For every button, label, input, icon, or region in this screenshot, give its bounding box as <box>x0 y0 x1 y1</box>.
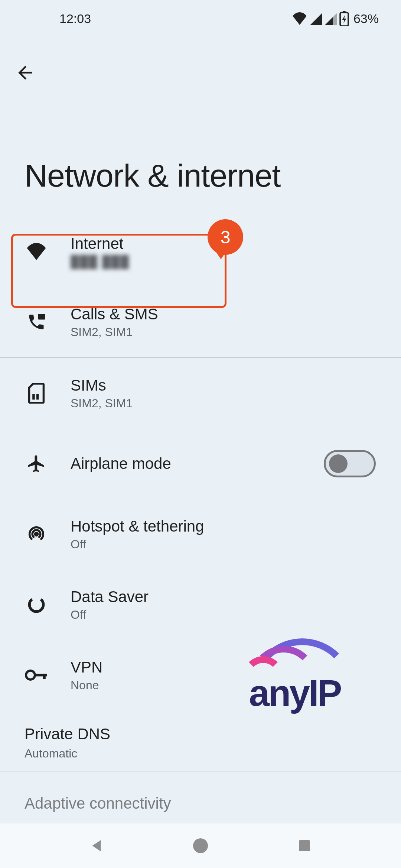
nav-back-button[interactable] <box>87 836 106 855</box>
item-title: Private DNS <box>25 725 376 743</box>
item-sub: None <box>71 678 102 692</box>
status-bar: 12:03 63% <box>0 0 401 33</box>
item-vpn[interactable]: VPN None <box>0 640 401 710</box>
svg-point-7 <box>26 671 35 680</box>
svg-rect-9 <box>43 674 46 679</box>
item-private-dns[interactable]: Private DNS Automatic <box>0 710 401 772</box>
triangle-back-icon <box>88 837 105 854</box>
svg-rect-4 <box>36 394 39 400</box>
system-nav-bar <box>0 823 401 868</box>
svg-rect-2 <box>38 314 45 319</box>
svg-rect-11 <box>299 840 310 851</box>
item-title: Airplane mode <box>71 455 171 473</box>
settings-list: Internet ███ ███ Calls & SMS SIM2, SIM1 … <box>0 216 401 812</box>
page-title: Network & internet <box>0 83 401 216</box>
item-title: SIMs <box>71 377 133 394</box>
item-hotspot[interactable]: Hotspot & tethering Off <box>0 499 401 569</box>
item-sub: Off <box>71 608 149 622</box>
item-title: Hotspot & tethering <box>71 517 204 535</box>
svg-rect-3 <box>32 394 35 400</box>
status-time: 12:03 <box>59 11 91 26</box>
app-bar <box>0 33 401 83</box>
item-title: Calls & SMS <box>71 305 158 323</box>
item-calls-sms[interactable]: Calls & SMS SIM2, SIM1 <box>0 287 401 357</box>
item-sub: SIM2, SIM1 <box>71 397 133 410</box>
wifi-icon <box>292 12 307 25</box>
signal-icon-2 <box>325 12 337 25</box>
phone-sms-icon <box>25 311 48 333</box>
svg-rect-1 <box>343 11 345 13</box>
sim-icon <box>25 382 48 404</box>
svg-point-6 <box>27 595 46 614</box>
wifi-icon <box>25 240 48 263</box>
airplane-toggle[interactable] <box>324 450 376 477</box>
status-icons: 63% <box>292 11 379 26</box>
nav-home-button[interactable] <box>191 836 210 855</box>
circle-home-icon <box>192 837 209 855</box>
item-data-saver[interactable]: Data Saver Off <box>0 569 401 640</box>
data-saver-icon <box>25 594 48 616</box>
battery-pct: 63% <box>353 11 379 26</box>
nav-recents-button[interactable] <box>295 836 314 855</box>
arrow-left-icon <box>15 62 36 83</box>
square-recents-icon <box>297 838 312 853</box>
item-internet[interactable]: Internet ███ ███ <box>0 216 401 287</box>
airplane-icon <box>25 453 48 475</box>
item-sub: Automatic <box>25 747 376 760</box>
svg-point-5 <box>34 532 39 537</box>
hotspot-icon <box>25 523 48 545</box>
svg-point-10 <box>193 838 208 853</box>
item-airplane-mode[interactable]: Airplane mode <box>0 428 401 499</box>
item-sub: Off <box>71 537 204 551</box>
item-sub-obscured: ███ ███ <box>71 255 130 269</box>
battery-icon <box>339 11 349 26</box>
item-title: Adaptive connectivity <box>25 795 171 812</box>
vpn-key-icon <box>25 664 48 686</box>
item-title: VPN <box>71 658 102 676</box>
item-sub: SIM2, SIM1 <box>71 325 158 339</box>
signal-icon <box>310 12 322 25</box>
item-title: Internet <box>71 235 130 253</box>
item-sims[interactable]: SIMs SIM2, SIM1 <box>0 358 401 428</box>
back-button[interactable] <box>15 62 401 83</box>
item-adaptive[interactable]: Adaptive connectivity <box>0 772 401 812</box>
item-title: Data Saver <box>71 588 149 606</box>
